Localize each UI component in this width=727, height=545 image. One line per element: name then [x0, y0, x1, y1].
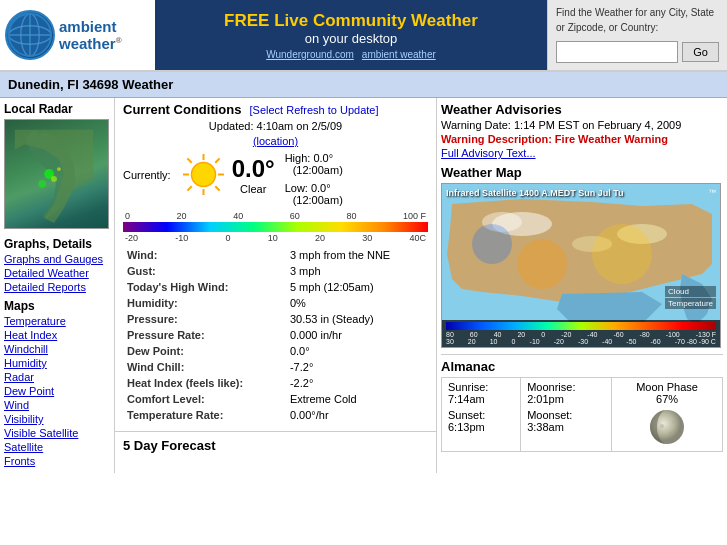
sidebar-link-detailed-weather[interactable]: Detailed Weather: [4, 267, 110, 279]
table-row: Pressure: 30.53 in (Steady): [123, 311, 428, 327]
cc-location-link[interactable]: (location): [253, 135, 298, 147]
sidebar-link-detailed-reports[interactable]: Detailed Reports: [4, 281, 110, 293]
almanac-section: Almanac Sunrise: 7:14am Sunset: 6:13pm M…: [441, 354, 723, 452]
temp-bar: 0 20 40 60 80 100 F -20 -10 0 10 20 30 4…: [123, 211, 428, 243]
sidebar-link-fronts[interactable]: Fronts: [4, 455, 110, 467]
sun-icon: [181, 152, 226, 197]
ambient-link[interactable]: ambient weather: [362, 49, 436, 60]
table-row: Gust: 3 mph: [123, 263, 428, 279]
sidebar-radar-title: Local Radar: [4, 102, 110, 116]
svg-line-18: [215, 158, 219, 162]
table-row: Heat Index (feels like): -2.2°: [123, 375, 428, 391]
sidebar-link-visible-satellite[interactable]: Visible Satellite: [4, 427, 110, 439]
table-row: Temperature Rate: 0.00°/hr: [123, 407, 428, 423]
cc-header: Current Conditions [Select Refresh to Up…: [123, 102, 428, 117]
tm-symbol: ™: [708, 188, 716, 197]
sidebar-link-dew-point[interactable]: Dew Point: [4, 385, 110, 397]
maps-section: Maps Temperature Heat Index Windchill Hu…: [4, 299, 110, 467]
table-row: Wind: 3 mph from the NNE: [123, 247, 428, 263]
advisories-title: Weather Advisories: [441, 102, 723, 117]
cc-currently-label: Currently:: [123, 169, 171, 181]
svg-point-26: [592, 224, 652, 284]
search-sublabel: or Zipcode, or Country:: [556, 22, 719, 33]
wunderground-link[interactable]: Wunderground.com: [266, 49, 354, 60]
svg-point-8: [51, 176, 57, 182]
moonset-label: Moonset:: [527, 409, 605, 421]
cc-current: Currently: 0.0°: [123, 152, 275, 197]
go-button[interactable]: Go: [682, 42, 719, 62]
sidebar-link-temperature[interactable]: Temperature: [4, 315, 110, 327]
table-row: Pressure Rate: 0.000 in/hr: [123, 327, 428, 343]
sidebar-link-wind[interactable]: Wind: [4, 399, 110, 411]
svg-point-30: [669, 432, 672, 435]
svg-point-31: [672, 421, 674, 423]
almanac-cell-moon: Moonrise: 2:01pm Moonset: 3:38am: [521, 378, 612, 452]
svg-point-11: [191, 163, 215, 187]
temperature-legend-item: Temperature: [665, 298, 716, 309]
sidebar-link-satellite[interactable]: Satellite: [4, 441, 110, 453]
sunset-value: 6:13pm: [448, 421, 514, 433]
advisory-full-link[interactable]: Full Advisory Text...: [441, 147, 723, 159]
svg-line-19: [187, 186, 191, 190]
banner-text: FREE Live Community Weather on your desk…: [224, 11, 478, 60]
sunrise-label: Sunrise:: [448, 381, 514, 393]
svg-line-16: [187, 158, 191, 162]
search-input[interactable]: [556, 41, 678, 63]
search-label: Find the Weather for any City, State: [556, 7, 719, 18]
search-area: Find the Weather for any City, State or …: [547, 0, 727, 70]
sidebar-link-visibility[interactable]: Visibility: [4, 413, 110, 425]
cc-main-display: Currently: 0.0°: [123, 152, 428, 206]
cc-title: Current Conditions: [123, 102, 241, 117]
almanac-cell-sunrise: Sunrise: 7:14am Sunset: 6:13pm: [442, 378, 521, 452]
sidebar-link-heat-index[interactable]: Heat Index: [4, 329, 110, 341]
radar-overlay: [5, 120, 108, 228]
cc-updated: Updated: 4:10am on 2/5/09: [123, 120, 428, 132]
sidebar: Local Radar Graphs, Details Graphs and G…: [0, 98, 115, 473]
moon-image: [648, 408, 686, 446]
temp-color-bar: [123, 222, 428, 232]
logo-ambient: ambient: [59, 18, 122, 35]
moon-phase-value: 67%: [618, 393, 716, 405]
banner-headline: FREE Live Community Weather: [224, 11, 478, 31]
sunrise-value: 7:14am: [448, 393, 514, 405]
weather-map-title: Weather Map: [441, 165, 723, 180]
cc-updated-text: Updated: 4:10am on 2/5/09: [209, 120, 342, 132]
weather-map-section: Weather Map: [441, 165, 723, 348]
advisory-warning: Warning Description: Fire Weather Warnin…: [441, 133, 723, 145]
search-row: Go: [556, 41, 719, 63]
moonrise-value: 2:01pm: [527, 393, 605, 405]
banner-logos: Wunderground.com ambient weather: [224, 49, 478, 60]
almanac-cell-moon-phase: Moon Phase 67%: [612, 378, 723, 452]
svg-point-10: [57, 167, 61, 171]
header: ambient weather® FREE Live Community Wea…: [0, 0, 727, 72]
map-label: Infrared Satellite 1400 A.MEDT Sun Jul T…: [446, 188, 624, 198]
map-legend-items: Cloud Temperature: [665, 286, 716, 309]
logo-text: ambient weather®: [59, 18, 122, 52]
sidebar-link-radar[interactable]: Radar: [4, 371, 110, 383]
forecast-title: 5 Day Forecast: [115, 431, 436, 455]
advisory-date: Warning Date: 1:14 PM EST on February 4,…: [441, 119, 723, 131]
cc-condition: Clear: [232, 183, 275, 195]
moonrise-label: Moonrise:: [527, 381, 605, 393]
sidebar-link-graphs-gauges[interactable]: Graphs and Gauges: [4, 253, 110, 265]
temp-scale-top: 0 20 40 60 80 100 F: [123, 211, 428, 221]
advisories-section: Weather Advisories Warning Date: 1:14 PM…: [441, 102, 723, 159]
cc-hilo: High: 0.0° (12:00am) Low: 0.0° (12:00am): [285, 152, 343, 206]
center-content: Current Conditions [Select Refresh to Up…: [115, 98, 437, 473]
main-content: Local Radar Graphs, Details Graphs and G…: [0, 98, 727, 473]
cc-high: High: 0.0° (12:00am): [285, 152, 343, 176]
sidebar-link-windchill[interactable]: Windchill: [4, 343, 110, 355]
right-column: Weather Advisories Warning Date: 1:14 PM…: [437, 98, 727, 473]
graphs-section: Graphs, Details Graphs and Gauges Detail…: [4, 237, 110, 293]
maps-title: Maps: [4, 299, 110, 313]
svg-point-27: [472, 224, 512, 264]
logo-weather: weather®: [59, 35, 122, 52]
table-row: Comfort Level: Extreme Cold: [123, 391, 428, 407]
sidebar-link-humidity[interactable]: Humidity: [4, 357, 110, 369]
cc-low: Low: 0.0° (12:00am): [285, 182, 343, 206]
cc-refresh-link[interactable]: [Select Refresh to Update]: [250, 104, 379, 116]
svg-point-25: [517, 239, 567, 289]
weather-table: Wind: 3 mph from the NNE Gust: 3 mph Tod…: [123, 247, 428, 423]
radar-image: [4, 119, 109, 229]
logo-reg: ®: [116, 36, 122, 45]
